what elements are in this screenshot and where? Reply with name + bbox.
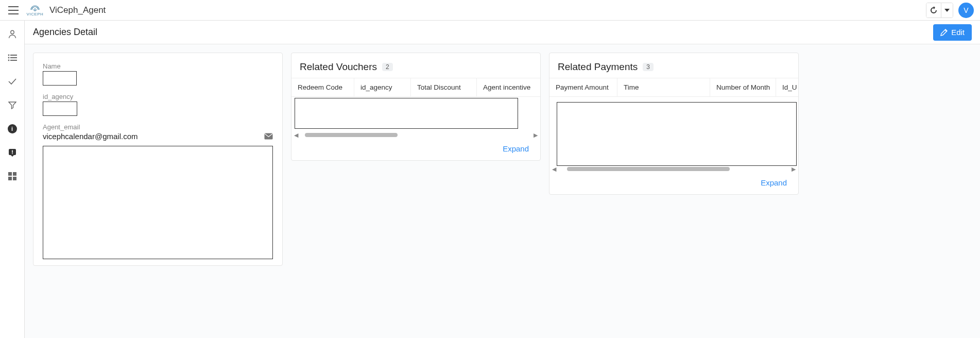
logo-text: VICEPH — [27, 12, 44, 16]
sync-icon — [930, 6, 938, 14]
vouchers-hscroll[interactable]: ◀ ▶ — [291, 131, 540, 139]
envelope-icon — [264, 133, 273, 140]
related-vouchers-card: Related Vouchers 2 Redeem Code id_agency… — [291, 53, 541, 161]
nav-apps[interactable] — [6, 170, 19, 182]
scroll-left-icon[interactable]: ◀ — [552, 166, 557, 173]
scroll-right-icon[interactable]: ▶ — [791, 166, 796, 173]
svg-rect-14 — [13, 177, 16, 180]
menu-toggle-button[interactable] — [6, 3, 21, 18]
alert-icon — [8, 148, 17, 157]
vouchers-col-total-discount[interactable]: Total Discount — [411, 78, 477, 96]
svg-point-4 — [8, 57, 9, 59]
agent-email-row: vicephcalendar@gmail.com — [43, 132, 273, 141]
payments-col-number-of-month[interactable]: Number of Month — [710, 78, 776, 96]
app-logo: VICEPH — [28, 3, 42, 18]
email-action-button[interactable] — [264, 133, 273, 140]
nav-check[interactable] — [6, 75, 19, 88]
app-title: ViCeph_Agent — [49, 5, 106, 15]
detail-card: Name id_agency Agent_email vicephcalenda… — [33, 53, 283, 266]
related-payments-header: Related Payments 3 — [549, 53, 798, 78]
svg-rect-3 — [10, 55, 17, 56]
svg-rect-7 — [10, 60, 17, 61]
avatar-initial: V — [964, 6, 968, 14]
field-id-agency: id_agency — [43, 93, 273, 116]
related-vouchers-header: Related Vouchers 2 — [291, 53, 540, 78]
scroll-track[interactable] — [560, 167, 788, 171]
svg-point-2 — [8, 55, 9, 56]
field-agent-email: Agent_email vicephcalendar@gmail.com — [43, 123, 273, 141]
edit-icon — [940, 28, 948, 36]
field-id-agency-label: id_agency — [43, 93, 273, 100]
content-pane: Agencies Detail Edit Name id_agency Agen… — [25, 21, 980, 338]
vouchers-col-agent-incentive[interactable]: Agent incentive — [477, 78, 540, 96]
payments-hscroll[interactable]: ◀ ▶ — [549, 165, 798, 173]
agent-email-value: vicephcalendar@gmail.com — [43, 132, 137, 141]
top-bar-left: VICEPH ViCeph_Agent — [6, 3, 106, 18]
scroll-right-icon[interactable]: ▶ — [533, 132, 538, 139]
main-area: i Agencies Detail Edit Name — [0, 21, 980, 338]
sync-button[interactable] — [926, 3, 941, 18]
sync-dropdown-button[interactable] — [941, 3, 953, 18]
payments-table-head: Payment Amount Time Number of Month Id_U — [549, 78, 798, 97]
scroll-left-icon[interactable]: ◀ — [294, 132, 299, 139]
apps-grid-icon — [8, 172, 16, 180]
caret-down-icon — [944, 9, 950, 12]
top-bar-right: V — [926, 3, 974, 18]
edit-button[interactable]: Edit — [933, 24, 972, 41]
svg-rect-12 — [13, 172, 16, 176]
user-icon — [8, 29, 17, 39]
related-vouchers-count-badge: 2 — [382, 63, 393, 71]
payments-expand-link[interactable]: Expand — [761, 178, 787, 187]
logo-icon: VICEPH — [28, 3, 42, 18]
vouchers-body-overlay — [295, 98, 518, 129]
payments-table: Payment Amount Time Number of Month Id_U… — [549, 78, 798, 173]
payments-expand-row: Expand — [549, 173, 798, 194]
related-vouchers-title: Related Vouchers — [300, 61, 377, 73]
related-payments-count-badge: 3 — [643, 63, 654, 71]
sync-button-group — [926, 3, 953, 18]
nav-list[interactable] — [6, 52, 19, 64]
svg-point-6 — [8, 60, 9, 61]
svg-point-1 — [10, 30, 13, 33]
left-nav-rail: i — [0, 21, 25, 338]
nav-filter[interactable] — [6, 99, 19, 111]
svg-point-0 — [34, 9, 36, 11]
related-payments-card: Related Payments 3 Payment Amount Time N… — [549, 53, 799, 195]
filter-icon — [8, 101, 16, 109]
payments-col-id-u[interactable]: Id_U — [776, 78, 798, 96]
vouchers-col-id-agency[interactable]: id_agency — [354, 78, 411, 96]
field-agent-email-label: Agent_email — [43, 123, 273, 131]
nav-user[interactable] — [6, 28, 19, 40]
edit-button-label: Edit — [951, 28, 965, 37]
list-icon — [8, 54, 17, 61]
payments-col-payment-amount[interactable]: Payment Amount — [549, 78, 617, 96]
payments-body-overlay — [557, 102, 797, 166]
vouchers-table: Redeem Code id_agency Total Discount Age… — [291, 78, 540, 139]
hamburger-icon — [8, 6, 19, 14]
page-title: Agencies Detail — [33, 27, 97, 38]
scroll-track[interactable] — [302, 133, 530, 137]
field-name: Name — [43, 62, 273, 86]
svg-rect-5 — [10, 57, 17, 58]
top-bar: VICEPH ViCeph_Agent V — [0, 0, 980, 21]
nav-alert[interactable] — [6, 146, 19, 159]
page-header: Agencies Detail Edit — [25, 21, 980, 44]
field-name-value-box — [43, 71, 77, 86]
related-payments-title: Related Payments — [558, 61, 638, 73]
vouchers-col-redeem-code[interactable]: Redeem Code — [291, 78, 354, 96]
user-avatar[interactable]: V — [958, 3, 974, 18]
scroll-thumb[interactable] — [567, 167, 730, 171]
svg-rect-11 — [8, 172, 12, 176]
field-name-label: Name — [43, 62, 273, 70]
payments-col-time[interactable]: Time — [617, 78, 710, 96]
svg-rect-9 — [12, 150, 13, 153]
payments-table-body — [549, 97, 798, 165]
vouchers-table-body — [291, 97, 540, 131]
vouchers-table-head: Redeem Code id_agency Total Discount Age… — [291, 78, 540, 97]
nav-info[interactable]: i — [6, 123, 19, 135]
scroll-thumb[interactable] — [305, 133, 398, 137]
svg-rect-10 — [12, 154, 13, 155]
detail-extra-box — [43, 146, 273, 259]
vouchers-expand-link[interactable]: Expand — [503, 144, 529, 153]
content-columns: Name id_agency Agent_email vicephcalenda… — [25, 44, 980, 274]
